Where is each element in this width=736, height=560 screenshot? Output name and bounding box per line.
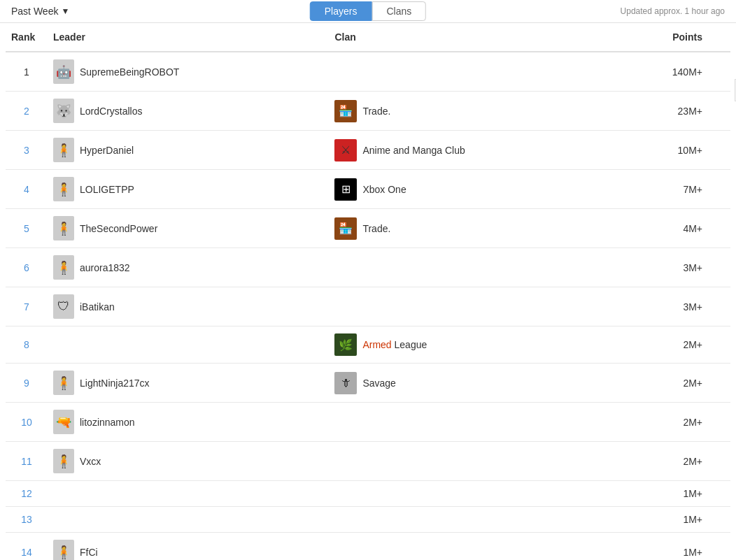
- rank-cell: 13: [6, 507, 48, 533]
- rank-cell: 5: [6, 209, 48, 248]
- leader-name: iBatikan: [80, 301, 115, 313]
- clan-icon: ⚔: [334, 139, 357, 161]
- leader-avatar: 🧍: [53, 540, 74, 560]
- leader-cell: [48, 507, 329, 533]
- leader-avatar: 🧍: [53, 216, 74, 240]
- clan-cell: 🏪Trade.: [329, 92, 646, 131]
- points-cell: 10M+: [646, 131, 730, 170]
- table-row: 8🌿Armed League2M+: [6, 326, 730, 364]
- col-leader: Leader: [48, 23, 329, 52]
- clan-icon: 🏪: [334, 100, 357, 122]
- points-cell: 4M+: [646, 209, 730, 248]
- clan-cell: 🗡Savage: [329, 364, 646, 403]
- rank-cell: 1: [6, 52, 48, 92]
- leader-cell: 🛡iBatikan: [48, 287, 329, 326]
- leader-avatar: 🤖: [53, 59, 74, 84]
- rank-cell: 10: [6, 403, 48, 442]
- leader-cell: 🧍aurora1832: [48, 248, 329, 287]
- leader-cell: 🧍FfCi: [48, 533, 329, 561]
- clan-name: Trade.: [362, 106, 390, 117]
- table-row: 5🧍TheSecondPower🏪Trade.4M+: [6, 209, 730, 248]
- leader-avatar: 🧍: [53, 371, 74, 395]
- table-container: Rank Leader Clan Points 1🤖SupremeBeingRO…: [0, 23, 736, 560]
- leader-name: TheSecondPower: [80, 223, 157, 234]
- leader-cell: 🔫litozinnamon: [48, 403, 329, 442]
- filter-dropdown[interactable]: Past Week ▼: [11, 6, 69, 17]
- table-row: 11🧍Vxcx2M+: [6, 442, 730, 481]
- clan-cell: [329, 248, 646, 287]
- clan-cell: [329, 287, 646, 326]
- clan-icon: 🏪: [334, 217, 357, 240]
- table-row: 121M+: [6, 481, 730, 507]
- rank-cell: 7: [6, 287, 48, 326]
- leader-cell: 🤖SupremeBeingROBOT: [48, 52, 329, 92]
- leader-avatar: 🧍: [53, 138, 74, 162]
- points-cell: 2M+: [646, 326, 730, 364]
- points-cell: 2M+: [646, 442, 730, 481]
- leader-avatar: 🔫: [53, 410, 74, 434]
- points-cell: 7M+: [646, 170, 730, 209]
- points-cell: 3M+: [646, 287, 730, 326]
- table-row: 3🧍HyperDaniel⚔Anime and Manga Club10M+: [6, 131, 730, 170]
- leader-cell: 🧍Vxcx: [48, 442, 329, 481]
- clan-cell: [329, 52, 646, 92]
- leader-name: SupremeBeingROBOT: [80, 66, 179, 78]
- clan-name: Armed League: [362, 339, 427, 350]
- clan-name: Savage: [362, 378, 395, 389]
- rank-cell: 8: [6, 326, 48, 364]
- clan-cell: [329, 481, 646, 507]
- table-row: 10🔫litozinnamon2M+: [6, 403, 730, 442]
- leader-name: aurora1832: [80, 262, 130, 273]
- leader-avatar: 🧍: [53, 255, 74, 280]
- leader-cell: 🧍LOLIGETPP: [48, 170, 329, 209]
- col-points: Points: [646, 23, 730, 52]
- clan-cell: 🏪Trade.: [329, 209, 646, 248]
- tab-clans[interactable]: Clans: [371, 1, 426, 21]
- leader-avatar: 🧍: [53, 177, 74, 201]
- updated-text: Updated approx. 1 hour ago: [621, 6, 725, 16]
- leader-cell: 🧍HyperDaniel: [48, 131, 329, 170]
- points-cell: 2M+: [646, 364, 730, 403]
- clan-name: Trade.: [362, 223, 390, 234]
- table-row: 7🛡iBatikan3M+: [6, 287, 730, 326]
- clan-icon: 🌿: [334, 333, 357, 356]
- col-clan: Clan: [329, 23, 646, 52]
- points-cell: 2M+: [646, 403, 730, 442]
- table-row: 6🧍aurora18323M+: [6, 248, 730, 287]
- clan-cell: ⚔Anime and Manga Club: [329, 131, 646, 170]
- table-row: 131M+: [6, 507, 730, 533]
- points-cell: 3M+: [646, 248, 730, 287]
- points-cell: 23M+: [646, 92, 730, 131]
- leader-avatar: 🛡: [53, 294, 74, 319]
- points-cell: 1M+: [646, 533, 730, 561]
- table-row: 2🐺LordCrystallos🏪Trade.23M+: [6, 92, 730, 131]
- rank-cell: 14: [6, 533, 48, 561]
- clan-icon: ⊞: [334, 178, 357, 201]
- leader-avatar: 🧍: [53, 449, 74, 473]
- leader-cell: [48, 326, 329, 364]
- rank-cell: 2: [6, 92, 48, 131]
- points-cell: 1M+: [646, 481, 730, 507]
- leader-cell: 🐺LordCrystallos: [48, 92, 329, 131]
- leader-cell: [48, 481, 329, 507]
- filter-label: Past Week: [11, 6, 58, 17]
- tab-group: Players Clans: [310, 1, 426, 21]
- leader-name: LightNinja217cx: [80, 378, 150, 389]
- table-row: 1🤖SupremeBeingROBOT140M+: [6, 52, 730, 92]
- leader-name: LordCrystallos: [80, 106, 142, 117]
- leader-cell: 🧍TheSecondPower: [48, 209, 329, 248]
- rank-cell: 6: [6, 248, 48, 287]
- clan-name: Xbox One: [362, 184, 406, 195]
- col-rank: Rank: [6, 23, 48, 52]
- chevron-down-icon: ▼: [61, 6, 69, 16]
- clan-cell: [329, 533, 646, 561]
- table-row: 14🧍FfCi1M+: [6, 533, 730, 561]
- clan-cell: 🌿Armed League: [329, 326, 646, 364]
- points-cell: 140M+: [646, 52, 730, 92]
- tab-players[interactable]: Players: [310, 1, 372, 21]
- leaderboard-table: Rank Leader Clan Points 1🤖SupremeBeingRO…: [6, 23, 730, 560]
- leader-name: LOLIGETPP: [80, 184, 134, 195]
- table-header-row: Rank Leader Clan Points: [6, 23, 730, 52]
- rank-cell: 4: [6, 170, 48, 209]
- rank-cell: 9: [6, 364, 48, 403]
